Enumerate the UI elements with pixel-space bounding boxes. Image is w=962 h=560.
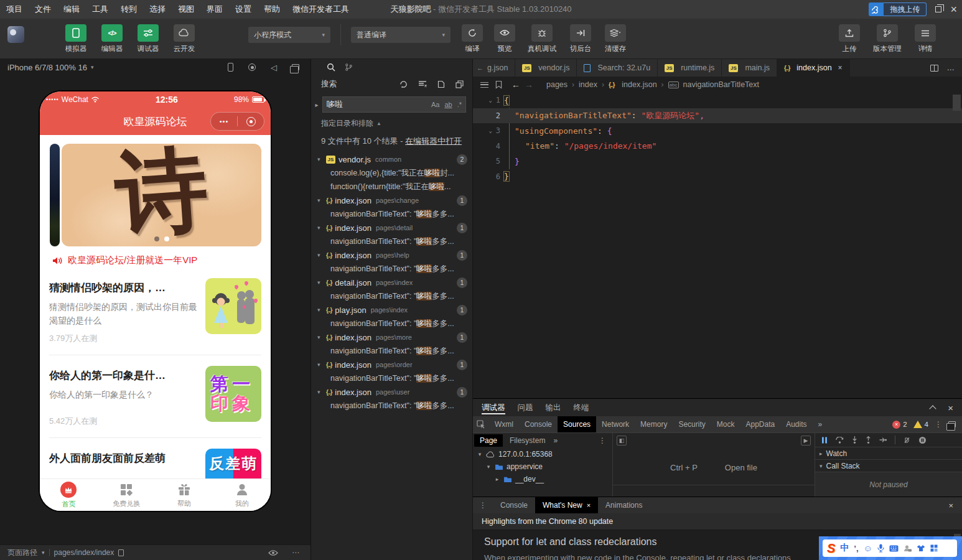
twisty-icon[interactable]: ▾: [317, 225, 326, 231]
breadcrumb-item[interactable]: pages: [546, 80, 567, 89]
result-file[interactable]: ▾ {..} index.json pages\help 1: [311, 248, 472, 262]
result-match[interactable]: navigationBarTitleText": "哆啦多多...: [311, 399, 472, 413]
menu-view[interactable]: 视图: [172, 0, 200, 19]
toolbox-icon[interactable]: [930, 544, 938, 552]
details-button[interactable]: 详情: [913, 24, 937, 54]
tab-security[interactable]: Security: [673, 416, 711, 432]
tab-problems[interactable]: 问题: [518, 399, 533, 416]
devtools-menu-icon[interactable]: ⋮: [935, 420, 942, 429]
editor-scrollbar[interactable]: [953, 95, 961, 111]
tab-home[interactable]: 首页: [40, 479, 98, 511]
clear-cache-button[interactable]: 清缓存: [601, 24, 630, 54]
refresh-icon[interactable]: [399, 80, 408, 88]
twisty-icon[interactable]: ▸: [494, 476, 500, 482]
device-debug-button[interactable]: 真机调试: [524, 24, 560, 54]
mute-icon[interactable]: ◁: [271, 63, 277, 72]
version-manage-button[interactable]: 版本管理: [870, 24, 905, 54]
tab-page[interactable]: Page: [474, 434, 503, 447]
search-dirs-toggle[interactable]: 指定目录和排除 ▲: [311, 113, 472, 129]
menu-project[interactable]: 项目: [0, 0, 29, 19]
tab-appdata[interactable]: AppData: [740, 416, 780, 432]
search-icon[interactable]: [327, 63, 335, 72]
tab-mine[interactable]: 我的: [213, 479, 271, 511]
tab-whats-new[interactable]: What's New ×: [535, 497, 598, 513]
tab-runtimejs[interactable]: JS runtime.js: [658, 59, 722, 77]
tw-icon[interactable]: ▾: [317, 307, 326, 313]
quiz-card[interactable]: 外人面前朋友面前反差萌 反差萌 外人 朋友: [40, 439, 271, 478]
tab-wxml[interactable]: Wxml: [489, 416, 519, 432]
step-over-icon[interactable]: [836, 437, 844, 444]
twisty-icon[interactable]: ▾: [317, 389, 326, 395]
result-match[interactable]: console.log(e),{title:"我正在哆啦封...: [311, 166, 472, 180]
tab-network[interactable]: Network: [596, 416, 635, 432]
device-selector[interactable]: iPhone 6/7/8 100% 16: [7, 63, 87, 72]
sogou-logo-icon[interactable]: S: [827, 542, 835, 554]
split-editor-icon[interactable]: [930, 65, 938, 72]
skin-icon[interactable]: [917, 544, 925, 552]
tab-vendorjs[interactable]: JS vendor.js: [515, 59, 577, 77]
result-match[interactable]: navigationBarTitleText": "哆啦多多...: [311, 235, 472, 248]
tree-folder-appservice[interactable]: ▾ appservice: [473, 460, 612, 473]
menu-tools[interactable]: 工具: [86, 0, 114, 19]
watch-section[interactable]: ▸ Watch: [815, 447, 962, 460]
search-input[interactable]: 哆啦 Aa ab .*: [322, 96, 466, 113]
nav-forward-icon[interactable]: →: [525, 80, 533, 90]
debugger-toggle-button[interactable]: 调试器: [134, 24, 162, 54]
tree-host[interactable]: ▾ 127.0.0.1:65368: [473, 448, 612, 460]
tree-folder-dev[interactable]: ▸ __dev__: [473, 473, 612, 485]
twisty-icon[interactable]: ▾: [317, 252, 326, 258]
chinese-mode-icon[interactable]: 中: [840, 543, 849, 554]
menu-goto[interactable]: 转到: [114, 0, 143, 19]
tab-mainjs[interactable]: JS main.js: [722, 59, 777, 77]
result-match[interactable]: navigationBarTitleText": "哆啦多多...: [311, 262, 472, 276]
drag-upload-button[interactable]: 拖拽上传: [869, 2, 927, 16]
twisty-icon[interactable]: ▾: [317, 197, 326, 203]
tab-drawer-console[interactable]: Console: [493, 497, 535, 513]
tab-terminal[interactable]: 终端: [574, 399, 589, 416]
tab-mock[interactable]: Mock: [711, 416, 740, 432]
whole-word-icon[interactable]: ab: [444, 101, 452, 108]
page-path-label[interactable]: 页面路径: [7, 548, 37, 558]
tab-sources[interactable]: Sources: [558, 416, 596, 432]
open-in-editor-link[interactable]: 在编辑器中打开: [405, 136, 462, 146]
result-file[interactable]: ▾ {..} play.json pages\index 1: [311, 303, 472, 317]
breadcrumb-item[interactable]: index.json: [622, 80, 656, 89]
step-into-icon[interactable]: [852, 436, 857, 444]
drawer-menu-icon[interactable]: ⋮: [473, 501, 493, 510]
copy-icon[interactable]: [118, 549, 124, 556]
collapse-all-icon[interactable]: [455, 80, 464, 88]
result-file[interactable]: ▾ {..} index.json pages\detail 1: [311, 221, 472, 235]
show-debugger-icon[interactable]: ▶: [801, 436, 811, 446]
warning-count-badge[interactable]: 4: [913, 421, 928, 428]
result-match[interactable]: navigationBarTitleText": "哆啦多多...: [311, 344, 472, 358]
more-icon[interactable]: ⋯: [292, 548, 299, 557]
error-count-badge[interactable]: ×2: [892, 421, 907, 429]
switch-background-button[interactable]: 切后台: [566, 24, 595, 54]
close-tab-icon[interactable]: ×: [838, 63, 843, 72]
result-match[interactable]: navigationBarTitleText": "哆啦多多...: [311, 289, 472, 303]
nav-menu-icon[interactable]: ⋮: [599, 436, 612, 445]
result-file[interactable]: ▾ {..} index.json pages\more 1: [311, 330, 472, 344]
result-file[interactable]: ▾ {..} detail.json pages\index 1: [311, 276, 472, 289]
mic-icon[interactable]: [877, 544, 884, 553]
result-match[interactable]: navigationBarTitleText": "哆啦多多...: [311, 371, 472, 385]
close-panel-icon[interactable]: ×: [948, 403, 953, 413]
quiz-card[interactable]: 你给人的第一印象是什… 你给人的第一印象是什么？ 5.42万人在测 第一 印象: [40, 357, 271, 436]
result-match[interactable]: function(){return{title:"我正在哆啦...: [311, 180, 472, 194]
tab-exchange[interactable]: 免费兑换: [98, 479, 156, 511]
twisty-icon[interactable]: ▾: [317, 362, 326, 368]
clear-results-icon[interactable]: [418, 80, 427, 88]
cloud-dev-button[interactable]: 云开发: [170, 24, 198, 54]
menu-interface[interactable]: 界面: [200, 0, 229, 19]
mode-select[interactable]: 小程序模式 ▾: [248, 27, 330, 43]
tab-search-results[interactable]: Search: 32.u7u: [577, 59, 658, 77]
carousel-slide[interactable]: 诗: [62, 144, 261, 246]
menu-devtools[interactable]: 微信开发者工具: [286, 0, 355, 19]
fold-icon[interactable]: ⌄: [487, 97, 494, 103]
nav-overflow-icon[interactable]: »: [553, 436, 558, 445]
capsule-button[interactable]: •••: [210, 112, 264, 131]
result-file-vendor[interactable]: ▾ JS vendor.js common 2: [311, 152, 472, 166]
menu-help[interactable]: 帮助: [258, 0, 286, 19]
hide-navigator-icon[interactable]: ◧: [617, 436, 627, 446]
restore-window-icon[interactable]: [935, 6, 941, 12]
